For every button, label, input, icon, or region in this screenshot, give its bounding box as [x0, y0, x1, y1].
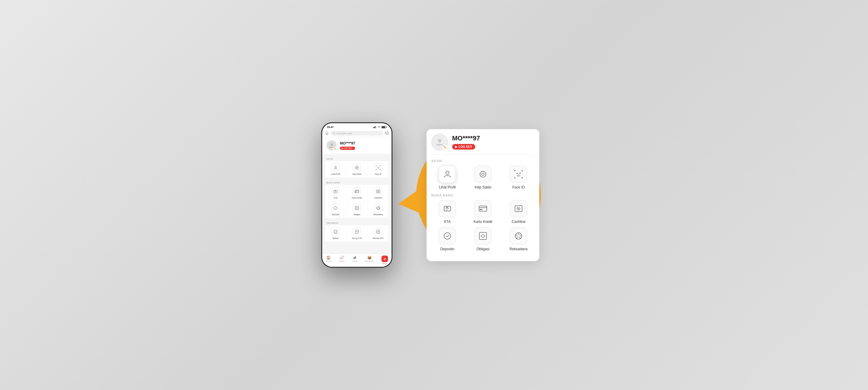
nav-transfer-icon: ⇄ — [353, 256, 356, 260]
phone-content: ✏️ MO****97 ▶ LOG OUT AKUN — [322, 137, 392, 253]
svg-point-41 — [446, 171, 449, 174]
phone-face-id-icon — [374, 163, 382, 172]
svg-point-60 — [515, 233, 522, 239]
zoom-lihat-profil-icon — [439, 166, 456, 183]
zoom-kta[interactable]: KTA — [431, 200, 463, 224]
zoom-face-id[interactable]: Face ID — [502, 166, 534, 189]
nav-bayar[interactable]: 📦 Bayar & Boks — [365, 256, 374, 265]
phone-cashline-label: Cashline — [374, 197, 382, 199]
svg-point-12 — [335, 166, 336, 168]
zoom-profile-info: MO****97 ▶ LOG OUT — [452, 134, 480, 150]
svg-rect-10 — [385, 132, 389, 134]
zoom-area: ✏️ MO****97 ▶ LOG OUT AKUN — [410, 112, 547, 278]
zoom-intip-saldo-icon — [474, 166, 492, 183]
zoom-reksadana-label: Reksadana — [509, 247, 528, 251]
phone-ajukan-label: Ajukan/ — [332, 237, 339, 239]
zoom-avatar: ✏️ — [431, 134, 448, 150]
svg-rect-36 — [377, 230, 380, 234]
phone-kta[interactable]: KTA — [325, 185, 346, 201]
phone-kartu-kredit[interactable]: Kartu Kredit — [346, 185, 368, 201]
svg-point-40 — [438, 139, 441, 143]
scene: 15.47 — [321, 112, 547, 278]
phone-obligasi-icon — [353, 204, 361, 212]
svg-rect-20 — [355, 190, 359, 193]
zoom-face-id-label: Face ID — [512, 185, 525, 189]
zoom-kartu-kredit-icon — [474, 200, 492, 217]
phone-ajukan[interactable]: Ajukan/ — [325, 225, 346, 242]
phone-cashline[interactable]: Cashline — [368, 185, 389, 201]
phone-pinjaman-grid: Ajukan/ Top Up KTA — [322, 225, 392, 242]
zoom-kartu-kredit-label: Kartu Kredit — [473, 220, 492, 224]
nav-investasi-icon: 📈 — [340, 256, 344, 260]
zoom-username: MO****97 — [452, 134, 480, 142]
nav-investasi[interactable]: 📈 Investasi — [339, 256, 345, 265]
phone-profile-info: MO****97 ▶ LOG OUT — [340, 141, 355, 150]
phone-username: MO****97 — [340, 141, 355, 145]
phone-status-bar: 15.47 — [322, 123, 392, 130]
wifi-icon — [378, 126, 381, 128]
zoom-akun-label: AKUN — [431, 159, 534, 163]
phone-time: 15.47 — [327, 125, 334, 128]
phone-buka-baru-grid: KTA Kartu Kredit — [322, 185, 392, 218]
search-placeholder-text: Cari Lebih Lanjut — [336, 132, 352, 134]
battery-icon — [381, 126, 387, 128]
zoom-lihat-profil[interactable]: Lihat Profil — [431, 166, 463, 189]
svg-point-14 — [356, 167, 358, 168]
svg-point-45 — [520, 173, 521, 174]
nav-investasi-label: Investasi — [339, 260, 345, 262]
zoom-logout-label: LOG OUT — [459, 145, 472, 148]
zoom-lihat-profil-label: Lihat Profil — [439, 185, 456, 189]
svg-rect-51 — [480, 209, 483, 210]
svg-rect-2 — [375, 126, 376, 128]
zoom-obligasi-label: Obligasi — [476, 247, 489, 251]
phone-face-id[interactable]: Face ID — [368, 161, 389, 178]
phone-rincian-kta[interactable]: Rincian KTA — [368, 225, 389, 242]
phone-logout-button[interactable]: ▶ LOG OUT — [340, 147, 355, 150]
nav-lainnya[interactable]: ⊞ Lainnya — [381, 256, 388, 265]
phone-lihat-profil[interactable]: Lihat Profil — [325, 161, 346, 178]
zoom-reksadana[interactable]: Reksadana — [502, 227, 534, 251]
svg-point-15 — [377, 167, 378, 168]
search-icon-sm — [333, 132, 335, 134]
zoom-buka-baru-grid: KTA Kartu Kredit — [431, 200, 534, 251]
phone-bottom-nav: 🏠 Beranda 📈 Investasi ⇄ Transfer 📦 Bayar… — [322, 253, 392, 267]
zoom-face-id-icon — [510, 166, 527, 183]
zoom-deposito[interactable]: Deposito — [431, 227, 463, 251]
nav-beranda[interactable]: 🏠 Beranda — [326, 256, 331, 265]
phone-intip-saldo-icon — [353, 163, 361, 172]
notification-icon[interactable] — [325, 131, 329, 135]
svg-point-25 — [378, 191, 378, 192]
phone-obligasi-label: Obligasi — [353, 213, 360, 215]
svg-rect-22 — [355, 192, 356, 192]
nav-transfer[interactable]: ⇄ Transfer — [352, 256, 358, 265]
phone-top-up-kta[interactable]: Top Up KTA — [346, 225, 368, 242]
zoom-kta-label: KTA — [444, 220, 451, 224]
phone-intip-saldo[interactable]: Intip Saldo — [346, 161, 368, 178]
phone-pinjaman-label: PINJAMAN — [322, 220, 392, 225]
svg-rect-49 — [479, 206, 487, 211]
zoom-cashline[interactable]: Cashline — [502, 200, 534, 224]
svg-rect-1 — [374, 127, 375, 128]
nav-beranda-icon: 🏠 — [326, 256, 331, 260]
phone-screen: 15.47 — [322, 123, 392, 267]
zoom-intip-saldo-label: Intip Saldo — [475, 185, 492, 189]
phone-face-id-label: Face ID — [375, 173, 381, 175]
phone-reksadana[interactable]: Reksadana — [368, 202, 389, 218]
phone-search-input[interactable]: Cari Lebih Lanjut — [331, 131, 383, 136]
phone-deposito[interactable]: Deposito — [325, 202, 346, 218]
zoom-intip-saldo[interactable]: Intip Saldo — [467, 166, 499, 189]
phone-obligasi[interactable]: Obligasi — [346, 202, 368, 218]
zoom-panel: ✏️ MO****97 ▶ LOG OUT AKUN — [427, 129, 539, 261]
svg-line-9 — [334, 133, 335, 134]
phone-rincian-label: Rincian KTA — [373, 237, 383, 239]
phone-top-up-icon — [353, 228, 361, 236]
zoom-buka-baru-label: BUKA BARU — [431, 193, 534, 197]
zoom-obligasi[interactable]: Obligasi — [467, 227, 499, 251]
zoom-cashline-icon — [510, 200, 527, 217]
svg-point-26 — [334, 207, 337, 210]
zoom-logout-button[interactable]: ▶ LOG OUT — [452, 144, 475, 150]
phone-search-bar: Cari Lebih Lanjut — [322, 130, 392, 137]
message-icon[interactable] — [385, 132, 389, 135]
phone-deposito-label: Deposito — [332, 213, 340, 215]
zoom-kartu-kredit[interactable]: Kartu Kredit — [467, 200, 499, 224]
